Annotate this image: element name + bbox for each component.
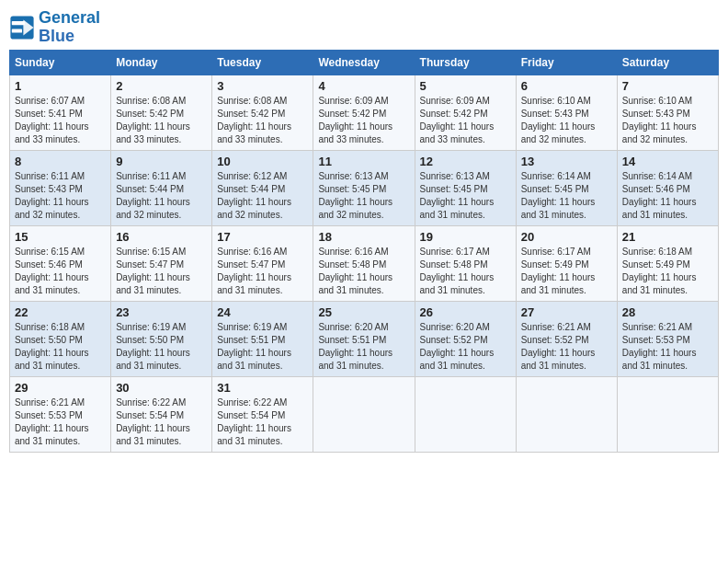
- day-number: 27: [521, 305, 612, 319]
- calendar-table: SundayMondayTuesdayWednesdayThursdayFrid…: [9, 50, 719, 453]
- calendar-cell: 31 Sunrise: 6:22 AM Sunset: 5:54 PM Dayl…: [212, 376, 313, 452]
- day-info: Sunrise: 6:15 AM Sunset: 5:46 PM Dayligh…: [15, 246, 106, 297]
- calendar-cell: 30 Sunrise: 6:22 AM Sunset: 5:54 PM Dayl…: [111, 376, 212, 452]
- calendar-cell: 13 Sunrise: 6:14 AM Sunset: 5:45 PM Dayl…: [516, 150, 617, 225]
- day-info: Sunrise: 6:07 AM Sunset: 5:41 PM Dayligh…: [15, 95, 106, 146]
- calendar-cell: 15 Sunrise: 6:15 AM Sunset: 5:46 PM Dayl…: [10, 225, 111, 301]
- day-number: 16: [116, 230, 207, 244]
- day-number: 30: [116, 381, 207, 395]
- day-number: 9: [116, 155, 207, 168]
- calendar-cell: 19 Sunrise: 6:17 AM Sunset: 5:48 PM Dayl…: [415, 225, 516, 301]
- day-info: Sunrise: 6:09 AM Sunset: 5:42 PM Dayligh…: [420, 95, 511, 146]
- day-info: Sunrise: 6:11 AM Sunset: 5:43 PM Dayligh…: [15, 170, 106, 222]
- day-info: Sunrise: 6:10 AM Sunset: 5:43 PM Dayligh…: [521, 95, 612, 146]
- day-number: 22: [15, 305, 106, 319]
- day-info: Sunrise: 6:11 AM Sunset: 5:44 PM Dayligh…: [116, 170, 207, 222]
- day-info: Sunrise: 6:20 AM Sunset: 5:52 PM Dayligh…: [420, 321, 511, 373]
- day-info: Sunrise: 6:13 AM Sunset: 5:45 PM Dayligh…: [318, 170, 409, 222]
- calendar-cell: 21 Sunrise: 6:18 AM Sunset: 5:49 PM Dayl…: [617, 225, 718, 301]
- calendar-cell: 4 Sunrise: 6:09 AM Sunset: 5:42 PM Dayli…: [313, 75, 415, 150]
- calendar-cell: 23 Sunrise: 6:19 AM Sunset: 5:50 PM Dayl…: [111, 301, 212, 376]
- day-info: Sunrise: 6:16 AM Sunset: 5:48 PM Dayligh…: [318, 246, 409, 297]
- day-number: 29: [15, 381, 106, 395]
- day-number: 24: [217, 305, 308, 319]
- day-number: 21: [622, 230, 713, 244]
- calendar-week-4: 22 Sunrise: 6:18 AM Sunset: 5:50 PM Dayl…: [10, 301, 719, 376]
- svg-rect-3: [12, 29, 22, 32]
- day-info: Sunrise: 6:22 AM Sunset: 5:54 PM Dayligh…: [217, 396, 308, 448]
- calendar-header-sunday: Sunday: [10, 50, 111, 75]
- day-info: Sunrise: 6:19 AM Sunset: 5:51 PM Dayligh…: [217, 321, 308, 373]
- day-number: 10: [217, 155, 308, 168]
- calendar-cell: 20 Sunrise: 6:17 AM Sunset: 5:49 PM Dayl…: [516, 225, 617, 301]
- calendar-header-wednesday: Wednesday: [313, 50, 415, 75]
- day-number: 11: [318, 155, 409, 168]
- calendar-cell: [617, 376, 718, 452]
- calendar-cell: 27 Sunrise: 6:21 AM Sunset: 5:52 PM Dayl…: [516, 301, 617, 376]
- calendar-cell: 14 Sunrise: 6:14 AM Sunset: 5:46 PM Dayl…: [617, 150, 718, 225]
- day-info: Sunrise: 6:10 AM Sunset: 5:43 PM Dayligh…: [622, 95, 713, 146]
- calendar-cell: 2 Sunrise: 6:08 AM Sunset: 5:42 PM Dayli…: [111, 75, 212, 150]
- calendar-week-5: 29 Sunrise: 6:21 AM Sunset: 5:53 PM Dayl…: [10, 376, 719, 452]
- logo-text: GeneralBlue: [39, 9, 100, 46]
- day-number: 3: [217, 79, 308, 93]
- day-number: 4: [318, 79, 409, 93]
- logo-icon: [9, 15, 35, 40]
- day-number: 14: [622, 155, 713, 168]
- day-info: Sunrise: 6:08 AM Sunset: 5:42 PM Dayligh…: [116, 95, 207, 146]
- day-number: 28: [622, 305, 713, 319]
- day-number: 19: [420, 230, 511, 244]
- day-info: Sunrise: 6:21 AM Sunset: 5:52 PM Dayligh…: [521, 321, 612, 373]
- day-number: 20: [521, 230, 612, 244]
- day-number: 12: [420, 155, 511, 168]
- day-info: Sunrise: 6:17 AM Sunset: 5:49 PM Dayligh…: [521, 246, 612, 297]
- calendar-cell: 8 Sunrise: 6:11 AM Sunset: 5:43 PM Dayli…: [10, 150, 111, 225]
- day-info: Sunrise: 6:19 AM Sunset: 5:50 PM Dayligh…: [116, 321, 207, 373]
- calendar-header-thursday: Thursday: [415, 50, 516, 75]
- calendar-cell: 12 Sunrise: 6:13 AM Sunset: 5:45 PM Dayl…: [415, 150, 516, 225]
- day-info: Sunrise: 6:17 AM Sunset: 5:48 PM Dayligh…: [420, 246, 511, 297]
- day-info: Sunrise: 6:18 AM Sunset: 5:49 PM Dayligh…: [622, 246, 713, 297]
- day-number: 18: [318, 230, 409, 244]
- day-number: 13: [521, 155, 612, 168]
- day-info: Sunrise: 6:08 AM Sunset: 5:42 PM Dayligh…: [217, 95, 308, 146]
- day-number: 2: [116, 79, 207, 93]
- day-number: 31: [217, 381, 308, 395]
- calendar-cell: 26 Sunrise: 6:20 AM Sunset: 5:52 PM Dayl…: [415, 301, 516, 376]
- day-number: 25: [318, 305, 409, 319]
- day-info: Sunrise: 6:21 AM Sunset: 5:53 PM Dayligh…: [622, 321, 713, 373]
- page-header: GeneralBlue: [9, 9, 719, 46]
- calendar-cell: 11 Sunrise: 6:13 AM Sunset: 5:45 PM Dayl…: [313, 150, 415, 225]
- day-number: 5: [420, 79, 511, 93]
- day-number: 1: [15, 79, 106, 93]
- calendar-cell: 18 Sunrise: 6:16 AM Sunset: 5:48 PM Dayl…: [313, 225, 415, 301]
- calendar-cell: 7 Sunrise: 6:10 AM Sunset: 5:43 PM Dayli…: [617, 75, 718, 150]
- calendar-week-3: 15 Sunrise: 6:15 AM Sunset: 5:46 PM Dayl…: [10, 225, 719, 301]
- calendar-cell: 5 Sunrise: 6:09 AM Sunset: 5:42 PM Dayli…: [415, 75, 516, 150]
- day-info: Sunrise: 6:09 AM Sunset: 5:42 PM Dayligh…: [318, 95, 409, 146]
- calendar-cell: 16 Sunrise: 6:15 AM Sunset: 5:47 PM Dayl…: [111, 225, 212, 301]
- calendar-header-tuesday: Tuesday: [212, 50, 313, 75]
- calendar-cell: 28 Sunrise: 6:21 AM Sunset: 5:53 PM Dayl…: [617, 301, 718, 376]
- calendar-cell: 25 Sunrise: 6:20 AM Sunset: 5:51 PM Dayl…: [313, 301, 415, 376]
- calendar-header-row: SundayMondayTuesdayWednesdayThursdayFrid…: [10, 50, 719, 75]
- calendar-cell: [415, 376, 516, 452]
- day-info: Sunrise: 6:13 AM Sunset: 5:45 PM Dayligh…: [420, 170, 511, 222]
- svg-rect-2: [12, 21, 25, 25]
- day-info: Sunrise: 6:15 AM Sunset: 5:47 PM Dayligh…: [116, 246, 207, 297]
- calendar-header-monday: Monday: [111, 50, 212, 75]
- calendar-week-1: 1 Sunrise: 6:07 AM Sunset: 5:41 PM Dayli…: [10, 75, 719, 150]
- calendar-cell: 1 Sunrise: 6:07 AM Sunset: 5:41 PM Dayli…: [10, 75, 111, 150]
- calendar-header-friday: Friday: [516, 50, 617, 75]
- day-info: Sunrise: 6:14 AM Sunset: 5:46 PM Dayligh…: [622, 170, 713, 222]
- day-number: 8: [15, 155, 106, 168]
- calendar-header-saturday: Saturday: [617, 50, 718, 75]
- day-number: 23: [116, 305, 207, 319]
- day-info: Sunrise: 6:22 AM Sunset: 5:54 PM Dayligh…: [116, 396, 207, 448]
- day-number: 6: [521, 79, 612, 93]
- calendar-cell: 17 Sunrise: 6:16 AM Sunset: 5:47 PM Dayl…: [212, 225, 313, 301]
- day-info: Sunrise: 6:12 AM Sunset: 5:44 PM Dayligh…: [217, 170, 308, 222]
- day-info: Sunrise: 6:18 AM Sunset: 5:50 PM Dayligh…: [15, 321, 106, 373]
- calendar-cell: 6 Sunrise: 6:10 AM Sunset: 5:43 PM Dayli…: [516, 75, 617, 150]
- logo: GeneralBlue: [9, 9, 100, 46]
